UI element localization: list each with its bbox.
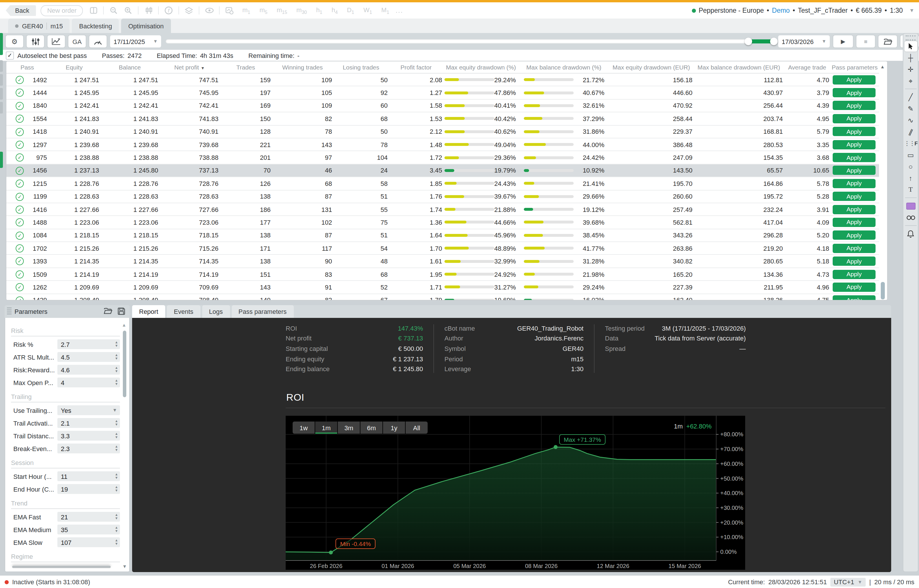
params-hscrollbar-thumb[interactable]: [12, 566, 111, 568]
param-stepper[interactable]: 4.6▲▼: [57, 365, 120, 375]
apply-button[interactable]: Apply: [833, 153, 875, 162]
table-row[interactable]: ✓17021 215.261 215.26715.26171117541.704…: [6, 242, 879, 255]
timeframe-h1[interactable]: h1: [316, 6, 322, 15]
chart-settings-icon[interactable]: [225, 6, 234, 15]
layout-icon[interactable]: [89, 6, 98, 15]
stepper-arrows-icon[interactable]: ▲▼: [115, 484, 118, 494]
apply-button[interactable]: Apply: [833, 257, 875, 266]
col-header-equity[interactable]: Equity: [48, 61, 100, 73]
stepper-arrows-icon[interactable]: ▲▼: [115, 339, 118, 349]
param-stepper[interactable]: 107▲▼: [57, 537, 120, 547]
load-parameters-icon[interactable]: [104, 307, 112, 316]
report-tab-events[interactable]: Events: [167, 305, 200, 318]
col-header-average-trade[interactable]: Average trade: [784, 61, 830, 73]
open-settings-button[interactable]: [878, 36, 897, 47]
param-stepper[interactable]: 21▲▼: [57, 512, 120, 522]
timeframe-h4[interactable]: h4: [331, 6, 337, 15]
save-parameters-icon[interactable]: [118, 307, 125, 316]
timezone-dropdown[interactable]: UTC+1▼: [830, 578, 866, 586]
left-edge-tab[interactable]: [0, 102, 3, 113]
range-slider-handle-left[interactable]: [745, 37, 752, 45]
stepper-arrows-icon[interactable]: ▲▼: [115, 431, 118, 441]
freehand-draw-icon[interactable]: ✎: [904, 103, 917, 114]
zoom-in-icon[interactable]: [123, 6, 133, 15]
crosshair-icon[interactable]: ┼: [904, 52, 917, 63]
start-optimisation-button[interactable]: ▶: [833, 36, 853, 47]
col-header-trades[interactable]: Trades: [220, 61, 272, 73]
report-tab-logs[interactable]: Logs: [202, 305, 230, 318]
param-stepper[interactable]: 19▲▼: [57, 484, 120, 494]
equidistant-channel-icon[interactable]: ∥: [904, 126, 917, 137]
autoselect-checkbox[interactable]: ✓: [6, 51, 14, 59]
date-from-dropdown[interactable]: 17/11/2025▼: [110, 36, 161, 47]
range-button-1y[interactable]: 1y: [383, 422, 405, 434]
color-swatch-icon[interactable]: [904, 200, 917, 212]
range-button-6m[interactable]: 6m: [360, 422, 383, 434]
param-stepper[interactable]: 2.7▲▼: [57, 339, 120, 349]
param-stepper[interactable]: 4.5▲▼: [57, 352, 120, 362]
param-stepper[interactable]: 4▲▼: [57, 378, 120, 388]
table-row[interactable]: ✓15541 241.831 241.83741.8315082681.5340…: [6, 112, 879, 125]
apply-button[interactable]: Apply: [833, 218, 875, 227]
timeframe-M1[interactable]: M1: [381, 6, 389, 15]
apply-button[interactable]: Apply: [833, 127, 875, 136]
optimisation-settings-button[interactable]: ⚙: [6, 36, 23, 47]
timeframe-m5[interactable]: m5: [259, 6, 267, 15]
timeframe-m30[interactable]: m30: [297, 6, 307, 15]
apply-button[interactable]: Apply: [833, 114, 875, 123]
param-stepper[interactable]: 2.1▲▼: [57, 418, 120, 428]
indicator-wave-icon[interactable]: ∿: [904, 115, 917, 126]
table-row[interactable]: ✓12621 209.691 209.69709.6914391521.7131…: [6, 281, 879, 294]
timeframe-W1[interactable]: W1: [363, 6, 372, 15]
stepper-arrows-icon[interactable]: ▲▼: [115, 471, 118, 481]
stepper-arrows-icon[interactable]: ▲▼: [115, 418, 118, 428]
stepper-arrows-icon[interactable]: ▲▼: [115, 378, 118, 388]
apply-button[interactable]: Apply: [833, 244, 875, 253]
params-scroll-up-icon[interactable]: ▲: [122, 323, 126, 328]
table-row[interactable]: ✓10841 218.151 218.15718.1513887511.6445…: [6, 229, 879, 242]
stepper-arrows-icon[interactable]: ▲▼: [115, 512, 118, 522]
speed-gauge-button[interactable]: [89, 36, 107, 47]
crosshair-frame-icon[interactable]: ⌖: [904, 75, 917, 86]
apply-button[interactable]: Apply: [833, 75, 875, 84]
cursor-icon[interactable]: [904, 41, 917, 52]
report-tab-pass-parameters[interactable]: Pass parameters: [232, 305, 293, 318]
new-order-button[interactable]: New order: [41, 5, 83, 16]
left-edge-tab[interactable]: [0, 33, 3, 55]
text-tool-icon[interactable]: T: [904, 184, 917, 195]
col-header-pass[interactable]: Pass: [6, 61, 48, 73]
param-dropdown[interactable]: Yes▼: [57, 405, 120, 415]
table-row[interactable]: ✓9751 238.881 238.88738.88201971041.7229…: [6, 151, 879, 164]
col-header-losing-trades[interactable]: Losing trades: [333, 61, 389, 73]
left-edge-tab[interactable]: [0, 152, 3, 168]
candlestick-icon[interactable]: [144, 6, 153, 15]
param-stepper[interactable]: 3.3▲▼: [57, 431, 120, 441]
range-slider-handle-right[interactable]: [770, 37, 778, 45]
col-header-net-profit[interactable]: Net profit▼: [159, 61, 220, 73]
col-header-profit-factor[interactable]: Profit factor: [389, 61, 443, 73]
stepper-arrows-icon[interactable]: ▲▼: [115, 537, 118, 547]
table-row[interactable]: ✓14921 247.511 247.51747.51159109502.082…: [6, 73, 879, 86]
table-scrollbar-thumb[interactable]: [881, 282, 885, 299]
stepper-arrows-icon[interactable]: ▲▼: [115, 525, 118, 535]
timeframe-m1[interactable]: m1: [242, 6, 250, 15]
table-scroll-up-icon[interactable]: ▲: [880, 64, 885, 69]
indicator-f-icon[interactable]: f: [164, 6, 173, 15]
apply-button[interactable]: Apply: [833, 140, 875, 149]
eye-icon[interactable]: [204, 6, 214, 15]
table-row[interactable]: ✓18401 242.411 242.41742.41169109601.584…: [6, 99, 879, 112]
apply-button[interactable]: Apply: [833, 192, 875, 201]
table-row[interactable]: ✓12151 228.761 228.76728.7612668581.8524…: [6, 177, 879, 190]
stop-optimisation-button[interactable]: ■: [856, 36, 875, 47]
apply-button[interactable]: Apply: [833, 101, 875, 110]
param-stepper[interactable]: 35▲▼: [57, 525, 120, 535]
zoom-out-icon[interactable]: [109, 6, 118, 15]
fibonacci-icon[interactable]: ⋮⋮F: [904, 138, 917, 149]
tab-optimisation[interactable]: Optimisation: [122, 19, 171, 33]
left-edge-tab[interactable]: [0, 74, 3, 86]
review-eye-icon[interactable]: [904, 212, 917, 223]
range-button-3m[interactable]: 3m: [338, 422, 360, 434]
criteria-chart-button[interactable]: [47, 36, 65, 47]
apply-button[interactable]: Apply: [833, 270, 875, 279]
col-header-winning-trades[interactable]: Winning trades: [272, 61, 333, 73]
